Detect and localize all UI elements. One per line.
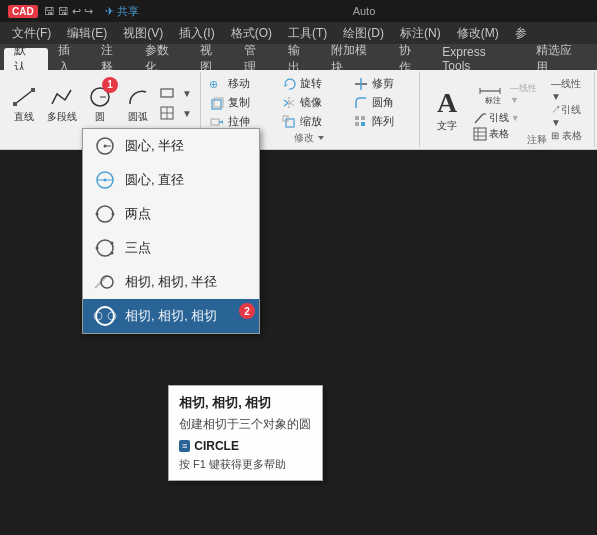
tooltip-command-row: ≡ CIRCLE <box>179 439 312 453</box>
svg-marker-20 <box>222 119 223 125</box>
svg-point-52 <box>101 276 113 288</box>
svg-line-0 <box>15 90 33 104</box>
hatch-tool-button[interactable] <box>158 104 176 122</box>
app-title: Auto <box>139 5 589 17</box>
line-label-small: —线性▼ <box>510 79 545 109</box>
circle-center-radius-item[interactable]: 圆心, 半径 <box>83 129 259 163</box>
more-draw-tools: ▼ ▼ <box>158 84 196 122</box>
array-button[interactable]: 阵列 <box>349 112 419 131</box>
tab-manage[interactable]: 管理 <box>234 48 278 70</box>
text-tool-button[interactable]: A 文字 <box>424 76 471 144</box>
annotation-extra: —线性▼ ↗引线▼ ⊞ 表格 <box>551 77 590 143</box>
svg-rect-18 <box>211 119 219 125</box>
leader-label: 引线 <box>489 111 509 125</box>
table-extra-button[interactable]: ⊞ 表格 <box>551 129 590 143</box>
circle-tool-button[interactable]: 圆 1 <box>82 77 118 129</box>
menu-view[interactable]: 视图(V) <box>115 23 171 44</box>
svg-rect-1 <box>13 102 17 106</box>
share-button[interactable]: ✈ 共享 <box>105 4 139 19</box>
tab-view[interactable]: 视图 <box>190 48 234 70</box>
menu-file[interactable]: 文件(F) <box>4 23 59 44</box>
tab-default[interactable]: 默认 <box>4 48 48 70</box>
leader-button[interactable] <box>473 111 487 125</box>
leader-row: 引线 ▼ <box>473 111 545 125</box>
circle-3pt-label: 三点 <box>125 239 151 257</box>
arc-label: 圆弧 <box>128 111 148 122</box>
circle-2pt-item[interactable]: 两点 <box>83 197 259 231</box>
menu-dimension[interactable]: 标注(N) <box>392 23 449 44</box>
more-hatch-button[interactable]: ▼ <box>178 104 196 122</box>
line-tool-button[interactable]: 直线 <box>6 77 42 129</box>
tab-insert[interactable]: 插入 <box>48 48 92 70</box>
svg-text:⊕: ⊕ <box>209 78 218 90</box>
svg-rect-16 <box>214 98 223 107</box>
modify-row-1: ⊕ 移动 旋转 修剪 <box>205 74 415 93</box>
circle-dropdown-menu: 圆心, 半径 圆心, 直径 两点 三点 相切, <box>82 128 260 334</box>
tooltip-title: 相切, 相切, 相切 <box>179 394 312 412</box>
rotate-button[interactable]: 旋转 <box>277 74 347 93</box>
svg-rect-25 <box>355 122 359 126</box>
menu-modify[interactable]: 修改(M) <box>449 23 507 44</box>
menu-insert[interactable]: 插入(I) <box>171 23 222 44</box>
tab-parametric[interactable]: 参数化 <box>135 48 190 70</box>
circle-center-radius-label: 圆心, 半径 <box>125 137 184 155</box>
line-icon <box>10 83 38 111</box>
svg-rect-23 <box>355 116 359 120</box>
title-bar: CAD 🖫 🖫 ↩ ↪ ✈ 共享 Auto <box>0 0 597 22</box>
circle-label: 圆 <box>95 111 105 122</box>
svg-point-43 <box>104 179 107 182</box>
svg-point-46 <box>112 213 115 216</box>
modify-row-2: 复制 镜像 圆角 <box>205 93 415 112</box>
rect-tool-button[interactable] <box>158 84 176 102</box>
tab-featured[interactable]: 精选应用 <box>526 48 593 70</box>
linestyle-button[interactable]: —线性▼ <box>551 77 590 102</box>
circle-3pt-item[interactable]: 三点 <box>83 231 259 265</box>
svg-text:▼: ▼ <box>182 88 192 99</box>
menu-format[interactable]: 格式(O) <box>223 23 280 44</box>
table-button[interactable] <box>473 127 487 141</box>
svg-rect-26 <box>361 122 365 126</box>
copy-button[interactable]: 复制 <box>205 93 275 112</box>
menu-edit[interactable]: 编辑(E) <box>59 23 115 44</box>
ttt-badge: 2 <box>239 303 255 319</box>
svg-line-32 <box>475 114 483 123</box>
text-label: 文字 <box>437 119 457 133</box>
polyline-tool-button[interactable]: 多段线 <box>44 77 80 129</box>
tab-output[interactable]: 输出 <box>278 48 322 70</box>
tab-collaborate[interactable]: 协作 <box>389 48 433 70</box>
svg-point-45 <box>96 213 99 216</box>
svg-rect-21 <box>286 119 294 127</box>
tab-annotation[interactable]: 注释 <box>91 48 135 70</box>
scale-button[interactable]: 缩放 <box>277 112 347 131</box>
trim-button[interactable]: 修剪 <box>349 74 419 93</box>
annotation-group-label: 注释 <box>527 133 547 147</box>
line-label: 直线 <box>14 111 34 122</box>
dimension-button[interactable]: 标注 <box>473 79 508 109</box>
svg-rect-15 <box>212 100 221 109</box>
circle-center-diameter-item[interactable]: 圆心, 直径 <box>83 163 259 197</box>
table-label: 表格 <box>489 127 509 141</box>
circle-ttr-item[interactable]: 相切, 相切, 半径 <box>83 265 259 299</box>
leader-extra-button[interactable]: ↗引线▼ <box>551 103 590 128</box>
svg-text:▼: ▼ <box>182 108 192 119</box>
svg-point-49 <box>111 242 114 245</box>
polyline-label: 多段线 <box>47 111 77 122</box>
circle-center-diameter-label: 圆心, 直径 <box>125 171 184 189</box>
svg-marker-27 <box>318 136 324 140</box>
tab-express-tools[interactable]: Express Tools <box>432 48 525 70</box>
svg-rect-24 <box>361 116 365 120</box>
circle-ttt-item[interactable]: 相切, 相切, 相切 2 <box>83 299 259 333</box>
svg-text:标注: 标注 <box>484 96 501 105</box>
more-draw-button[interactable]: ▼ <box>178 84 196 102</box>
menu-draw[interactable]: 绘图(D) <box>335 23 392 44</box>
svg-point-47 <box>97 240 113 256</box>
svg-point-53 <box>96 307 114 325</box>
mirror-button[interactable]: 镜像 <box>277 93 347 112</box>
menu-tools[interactable]: 工具(T) <box>280 23 335 44</box>
menu-param[interactable]: 参 <box>507 23 535 44</box>
fillet-button[interactable]: 圆角 <box>349 93 419 112</box>
svg-point-40 <box>104 145 107 148</box>
tab-addons[interactable]: 附加模块 <box>321 48 388 70</box>
move-button[interactable]: ⊕ 移动 <box>205 74 275 93</box>
arc-tool-button[interactable]: 圆弧 <box>120 77 156 129</box>
